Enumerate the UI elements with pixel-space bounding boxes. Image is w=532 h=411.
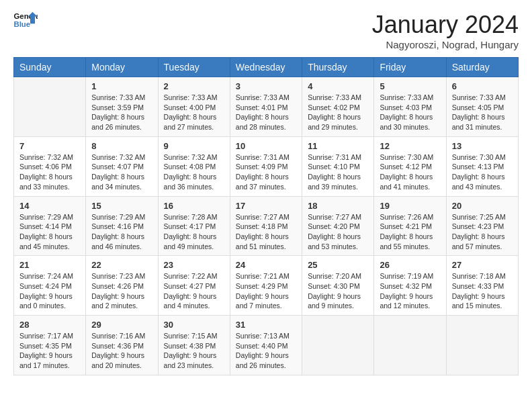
- day-number: 8: [91, 141, 152, 151]
- logo-icon: General Blue: [13, 11, 38, 30]
- day-number: 22: [91, 260, 152, 270]
- day-cell: 10Sunrise: 7:31 AMSunset: 4:09 PMDayligh…: [230, 136, 302, 196]
- day-info: Sunrise: 7:16 AMSunset: 4:36 PMDaylight:…: [91, 331, 152, 371]
- day-info: Sunrise: 7:22 AMSunset: 4:27 PMDaylight:…: [164, 271, 224, 311]
- weekday-header-thursday: Thursday: [302, 58, 374, 77]
- day-cell: [446, 316, 518, 375]
- day-cell: 29Sunrise: 7:16 AMSunset: 4:36 PMDayligh…: [86, 316, 158, 375]
- day-info: Sunrise: 7:33 AMSunset: 4:00 PMDaylight:…: [164, 93, 224, 132]
- day-number: 15: [91, 201, 152, 211]
- day-number: 13: [452, 141, 513, 151]
- day-cell: 22Sunrise: 7:23 AMSunset: 4:26 PMDayligh…: [86, 256, 158, 316]
- day-cell: 23Sunrise: 7:22 AMSunset: 4:27 PMDayligh…: [158, 256, 230, 316]
- weekday-header-wednesday: Wednesday: [230, 58, 302, 77]
- day-cell: 1Sunrise: 7:33 AMSunset: 3:59 PMDaylight…: [86, 77, 158, 137]
- day-number: 31: [236, 320, 296, 330]
- day-number: 1: [91, 81, 152, 91]
- day-info: Sunrise: 7:25 AMSunset: 4:23 PMDaylight:…: [452, 212, 513, 252]
- day-info: Sunrise: 7:33 AMSunset: 4:05 PMDaylight:…: [452, 93, 513, 132]
- day-number: 10: [236, 141, 296, 151]
- day-cell: 28Sunrise: 7:17 AMSunset: 4:35 PMDayligh…: [14, 316, 86, 375]
- day-info: Sunrise: 7:33 AMSunset: 3:59 PMDaylight:…: [91, 93, 152, 132]
- day-info: Sunrise: 7:26 AMSunset: 4:21 PMDaylight:…: [380, 212, 440, 252]
- day-number: 4: [308, 81, 368, 91]
- week-row-2: 7Sunrise: 7:32 AMSunset: 4:06 PMDaylight…: [14, 136, 519, 196]
- day-cell: 24Sunrise: 7:21 AMSunset: 4:29 PMDayligh…: [230, 256, 302, 316]
- day-info: Sunrise: 7:32 AMSunset: 4:08 PMDaylight:…: [164, 152, 224, 192]
- weekday-header-friday: Friday: [374, 58, 446, 77]
- day-number: 23: [164, 260, 224, 270]
- day-cell: 6Sunrise: 7:33 AMSunset: 4:05 PMDaylight…: [446, 77, 518, 137]
- day-info: Sunrise: 7:32 AMSunset: 4:06 PMDaylight:…: [19, 152, 80, 192]
- day-number: 25: [308, 260, 368, 270]
- day-number: 28: [19, 320, 80, 330]
- day-number: 11: [308, 141, 368, 151]
- day-cell: 5Sunrise: 7:33 AMSunset: 4:03 PMDaylight…: [374, 77, 446, 137]
- month-title: January 2024: [372, 11, 519, 39]
- day-cell: 27Sunrise: 7:18 AMSunset: 4:33 PMDayligh…: [446, 256, 518, 316]
- week-row-4: 21Sunrise: 7:24 AMSunset: 4:24 PMDayligh…: [14, 256, 519, 316]
- day-cell: [302, 316, 374, 375]
- day-number: 9: [164, 141, 224, 151]
- day-info: Sunrise: 7:29 AMSunset: 4:14 PMDaylight:…: [19, 212, 80, 252]
- day-cell: 31Sunrise: 7:13 AMSunset: 4:40 PMDayligh…: [230, 316, 302, 375]
- day-info: Sunrise: 7:33 AMSunset: 4:01 PMDaylight:…: [236, 93, 296, 132]
- day-number: 3: [236, 81, 296, 91]
- day-number: 5: [380, 81, 440, 91]
- day-number: 21: [19, 260, 80, 270]
- day-cell: 30Sunrise: 7:15 AMSunset: 4:38 PMDayligh…: [158, 316, 230, 375]
- day-info: Sunrise: 7:20 AMSunset: 4:30 PMDaylight:…: [308, 271, 368, 311]
- day-info: Sunrise: 7:23 AMSunset: 4:26 PMDaylight:…: [91, 271, 152, 311]
- day-cell: 4Sunrise: 7:33 AMSunset: 4:02 PMDaylight…: [302, 77, 374, 137]
- day-cell: 12Sunrise: 7:30 AMSunset: 4:12 PMDayligh…: [374, 136, 446, 196]
- day-cell: 25Sunrise: 7:20 AMSunset: 4:30 PMDayligh…: [302, 256, 374, 316]
- day-number: 27: [452, 260, 513, 270]
- day-number: 29: [91, 320, 152, 330]
- day-info: Sunrise: 7:30 AMSunset: 4:12 PMDaylight:…: [380, 152, 440, 192]
- day-number: 12: [380, 141, 440, 151]
- location: Nagyoroszi, Nograd, Hungary: [372, 39, 519, 50]
- day-cell: 26Sunrise: 7:19 AMSunset: 4:32 PMDayligh…: [374, 256, 446, 316]
- day-cell: 2Sunrise: 7:33 AMSunset: 4:00 PMDaylight…: [158, 77, 230, 137]
- day-info: Sunrise: 7:17 AMSunset: 4:35 PMDaylight:…: [19, 331, 80, 371]
- day-cell: 16Sunrise: 7:28 AMSunset: 4:17 PMDayligh…: [158, 196, 230, 256]
- day-cell: 9Sunrise: 7:32 AMSunset: 4:08 PMDaylight…: [158, 136, 230, 196]
- weekday-header-sunday: Sunday: [14, 58, 86, 77]
- day-cell: [14, 77, 86, 137]
- day-info: Sunrise: 7:29 AMSunset: 4:16 PMDaylight:…: [91, 212, 152, 252]
- day-cell: 17Sunrise: 7:27 AMSunset: 4:18 PMDayligh…: [230, 196, 302, 256]
- day-cell: 13Sunrise: 7:30 AMSunset: 4:13 PMDayligh…: [446, 136, 518, 196]
- day-number: 2: [164, 81, 224, 91]
- day-number: 16: [164, 201, 224, 211]
- weekday-header-monday: Monday: [86, 58, 158, 77]
- week-row-5: 28Sunrise: 7:17 AMSunset: 4:35 PMDayligh…: [14, 316, 519, 375]
- day-info: Sunrise: 7:19 AMSunset: 4:32 PMDaylight:…: [380, 271, 440, 311]
- day-cell: 8Sunrise: 7:32 AMSunset: 4:07 PMDaylight…: [86, 136, 158, 196]
- day-cell: 7Sunrise: 7:32 AMSunset: 4:06 PMDaylight…: [14, 136, 86, 196]
- title-area: January 2024 Nagyoroszi, Nograd, Hungary: [372, 11, 519, 50]
- day-number: 6: [452, 81, 513, 91]
- day-cell: 11Sunrise: 7:31 AMSunset: 4:10 PMDayligh…: [302, 136, 374, 196]
- day-info: Sunrise: 7:32 AMSunset: 4:07 PMDaylight:…: [91, 152, 152, 192]
- day-number: 20: [452, 201, 513, 211]
- day-info: Sunrise: 7:21 AMSunset: 4:29 PMDaylight:…: [236, 271, 296, 311]
- day-number: 26: [380, 260, 440, 270]
- logo: General Blue: [13, 11, 38, 30]
- header: General Blue January 2024 Nagyoroszi, No…: [13, 11, 519, 50]
- weekday-header-saturday: Saturday: [446, 58, 518, 77]
- day-info: Sunrise: 7:27 AMSunset: 4:18 PMDaylight:…: [236, 212, 296, 252]
- weekday-header-tuesday: Tuesday: [158, 58, 230, 77]
- day-cell: 14Sunrise: 7:29 AMSunset: 4:14 PMDayligh…: [14, 196, 86, 256]
- day-info: Sunrise: 7:24 AMSunset: 4:24 PMDaylight:…: [19, 271, 80, 311]
- day-number: 19: [380, 201, 440, 211]
- day-number: 14: [19, 201, 80, 211]
- day-info: Sunrise: 7:15 AMSunset: 4:38 PMDaylight:…: [164, 331, 224, 371]
- day-info: Sunrise: 7:33 AMSunset: 4:03 PMDaylight:…: [380, 93, 440, 132]
- day-cell: 19Sunrise: 7:26 AMSunset: 4:21 PMDayligh…: [374, 196, 446, 256]
- day-info: Sunrise: 7:18 AMSunset: 4:33 PMDaylight:…: [452, 271, 513, 311]
- day-cell: 3Sunrise: 7:33 AMSunset: 4:01 PMDaylight…: [230, 77, 302, 137]
- day-info: Sunrise: 7:31 AMSunset: 4:10 PMDaylight:…: [308, 152, 368, 192]
- svg-text:Blue: Blue: [14, 20, 31, 28]
- calendar-table: SundayMondayTuesdayWednesdayThursdayFrid…: [13, 57, 519, 375]
- day-cell: 18Sunrise: 7:27 AMSunset: 4:20 PMDayligh…: [302, 196, 374, 256]
